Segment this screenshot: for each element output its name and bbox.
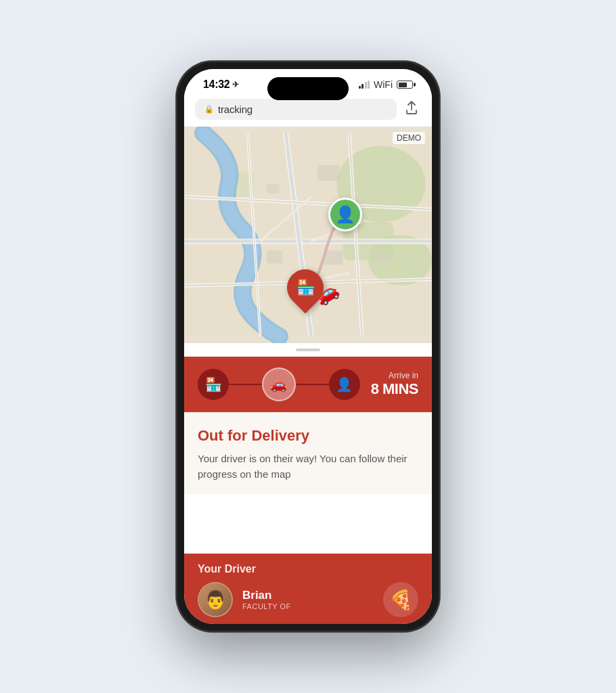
pull-handle[interactable] xyxy=(184,343,432,357)
person-icon: 👤 xyxy=(335,205,355,224)
destination-marker: 👤 xyxy=(328,198,362,231)
driver-avatar-inner: 👨 xyxy=(199,583,232,616)
driver-section: Your Driver 👨 Brian FACULTY OF 🍕 xyxy=(184,554,432,624)
signal-icon xyxy=(359,81,370,89)
step-line-2 xyxy=(296,384,329,386)
wifi-icon: WiFi xyxy=(374,79,393,90)
dynamic-island xyxy=(267,77,349,100)
step-car: 🚗 xyxy=(262,367,296,401)
share-icon[interactable] xyxy=(402,99,421,120)
arrive-info: Arrive in 8 MINS xyxy=(371,371,418,398)
demo-badge: DEMO xyxy=(393,132,425,144)
phone-screen: 14:32 ✈ WiFi 🔒 tracking xyxy=(184,69,432,624)
restaurant-logo: 🍕 xyxy=(383,582,418,617)
lock-icon: 🔒 xyxy=(204,105,214,114)
store-icon: 🏪 xyxy=(296,279,315,296)
driver-info: Brian FACULTY OF xyxy=(242,589,291,610)
url-bar[interactable]: 🔒 tracking xyxy=(195,99,397,120)
driver-label: Your Driver xyxy=(198,563,418,575)
url-text: tracking xyxy=(218,104,252,115)
progress-steps: 🏪 🚗 👤 xyxy=(198,367,360,401)
clock: 14:32 xyxy=(203,79,229,91)
battery-icon xyxy=(397,81,413,89)
faculty-label: FACULTY OF xyxy=(242,602,291,610)
driver-name: Brian xyxy=(242,589,291,602)
pull-handle-bar xyxy=(296,349,320,351)
map-area: DEMO 👤 🚗 🏪 xyxy=(184,127,432,343)
arrive-label: Arrive in xyxy=(371,371,418,380)
driver-avatar: 👨 xyxy=(198,582,233,617)
location-arrow-icon: ✈ xyxy=(232,80,239,89)
driver-row: 👨 Brian FACULTY OF 🍕 xyxy=(198,582,418,617)
phone-frame: 14:32 ✈ WiFi 🔒 tracking xyxy=(176,61,440,632)
status-time: 14:32 ✈ xyxy=(203,79,239,91)
delivery-section: Out for Delivery Your driver is on their… xyxy=(184,412,432,494)
progress-section: 🏪 🚗 👤 Arrive in 8 MINS xyxy=(184,357,432,412)
status-icons: WiFi xyxy=(359,79,414,90)
step-person: 👤 xyxy=(329,369,360,400)
status-bar: 14:32 ✈ WiFi xyxy=(184,69,432,95)
arrive-time: 8 MINS xyxy=(371,380,418,397)
delivery-title: Out for Delivery xyxy=(198,427,418,445)
step-restaurant: 🏪 xyxy=(198,369,229,400)
delivery-description: Your driver is on their way! You can fol… xyxy=(198,451,418,482)
step-line-1 xyxy=(229,384,262,386)
